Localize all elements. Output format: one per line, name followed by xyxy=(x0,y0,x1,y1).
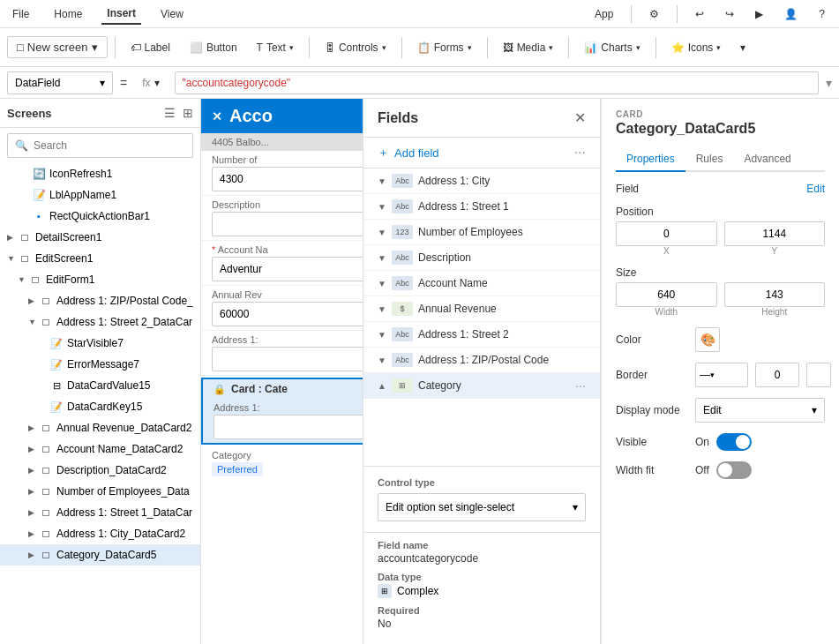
label-button[interactable]: 🏷 Label xyxy=(123,37,178,58)
size-width-input[interactable] xyxy=(616,282,717,307)
form-close-icon[interactable]: ✕ xyxy=(212,109,222,124)
tree-item-category[interactable]: ▶ □ Category_DataCard5 xyxy=(0,544,200,565)
field-item-zip[interactable]: ▼ Abc Address 1: ZIP/Postal Code xyxy=(363,348,600,373)
forms-button[interactable]: 📋 Forms ▾ xyxy=(409,37,480,58)
search-box[interactable]: 🔍 xyxy=(7,133,193,158)
tree-item-edit-screen[interactable]: ▼ □ EditScreen1 xyxy=(0,248,200,269)
button-button[interactable]: ⬜ Button xyxy=(182,37,245,58)
size-height-input[interactable] xyxy=(724,282,826,307)
icons-button[interactable]: ⭐ Icons ▾ xyxy=(663,37,730,58)
controls-button[interactable]: 🎛 Controls ▾ xyxy=(317,37,394,58)
border-color-swatch[interactable] xyxy=(806,363,831,387)
tree-item-data-card-value[interactable]: ⊟ DataCardValue15 xyxy=(0,375,200,396)
menu-app[interactable]: App xyxy=(588,4,620,24)
menu-device[interactable]: ⚙ xyxy=(642,4,666,24)
add-field-button[interactable]: ＋ Add field xyxy=(378,145,439,161)
display-mode-chevron: ▾ xyxy=(812,404,817,416)
tree-label: DataCardValue15 xyxy=(67,379,151,392)
menu-home[interactable]: Home xyxy=(49,4,87,24)
menu-run[interactable]: ▶ xyxy=(748,4,770,24)
account-input[interactable] xyxy=(212,257,363,281)
button-icon: ⬜ xyxy=(190,41,203,54)
fields-close-button[interactable]: ✕ xyxy=(574,109,586,126)
field-edit-button[interactable]: Edit xyxy=(806,183,825,195)
position-y-input[interactable] xyxy=(724,221,826,246)
field-item-description[interactable]: ▼ Abc Description xyxy=(363,245,600,271)
tab-advanced[interactable]: Advanced xyxy=(733,147,801,170)
prop-tabs: Properties Rules Advanced xyxy=(616,147,825,172)
fx-button[interactable]: fx ▾ xyxy=(134,72,167,94)
tree-label: Number of Employees_Data xyxy=(56,485,190,498)
charts-button[interactable]: 📊 Charts ▾ xyxy=(576,37,648,58)
field-item-street1[interactable]: ▼ Abc Address 1: Street 1 xyxy=(363,194,600,220)
field-item-category[interactable]: ▲ ⊞ Category ··· xyxy=(363,373,600,399)
field-name: Address 1: Street 2 xyxy=(418,328,586,341)
border-value-input[interactable] xyxy=(755,363,799,387)
tree-label: Annual Revenue_DataCard2 xyxy=(56,422,191,434)
tree-item-address-zip[interactable]: ▶ □ Address 1: ZIP/Postal Code_ xyxy=(0,290,200,311)
tree-item-annual-revenue[interactable]: ▶ □ Annual Revenue_DataCard2 xyxy=(0,417,200,438)
employees-input[interactable] xyxy=(212,167,363,191)
border-style-select[interactable]: — ▾ xyxy=(695,363,748,387)
tree-item-address-street2[interactable]: ▼ □ Address 1: Street 2_DataCar xyxy=(0,311,200,333)
menu-right-actions: App ⚙ ↩ ↪ ▶ 👤 ? xyxy=(588,4,832,24)
width-fit-toggle[interactable] xyxy=(716,461,752,479)
field-selector-dropdown[interactable]: DataField ▾ xyxy=(7,71,113,94)
formula-expand[interactable]: ▾ xyxy=(826,76,832,90)
address2-input[interactable] xyxy=(213,415,363,439)
tree-item-data-card-key[interactable]: 📝 DataCardKey15 xyxy=(0,396,200,417)
field-item-account[interactable]: ▼ Abc Account Name xyxy=(363,271,600,296)
color-button[interactable]: 🎨 xyxy=(695,327,720,352)
media-button[interactable]: 🖼 Media ▾ xyxy=(495,37,562,58)
visible-toggle[interactable] xyxy=(716,433,752,451)
display-mode-select[interactable]: Edit ▾ xyxy=(695,398,825,423)
tree-item-description[interactable]: ▶ □ Description_DataCard2 xyxy=(0,460,200,481)
field-item-revenue[interactable]: ▼ $ Annual Revenue xyxy=(363,296,600,322)
width-fit-toggle-knob xyxy=(718,463,732,477)
menu-view[interactable]: View xyxy=(155,4,189,24)
visible-toggle-group: On xyxy=(695,433,752,451)
field-item-employees[interactable]: ▼ 123 Number of Employees xyxy=(363,220,600,245)
tab-properties[interactable]: Properties xyxy=(616,147,685,172)
card-icon: □ xyxy=(39,442,53,456)
search-input[interactable] xyxy=(34,139,185,152)
tab-rules[interactable]: Rules xyxy=(685,147,734,170)
tree-item-star-visible[interactable]: 📝 StarVisible7 xyxy=(0,333,200,354)
tree-item-city[interactable]: ▶ □ Address 1: City_DataCard2 xyxy=(0,523,200,544)
text-button[interactable]: T Text ▾ xyxy=(249,37,302,58)
field-item-city[interactable]: ▼ Abc Address 1: City xyxy=(363,168,600,194)
list-view-icon[interactable]: ☰ xyxy=(164,106,176,120)
field-more-button[interactable]: ··· xyxy=(575,378,586,393)
menu-help[interactable]: ? xyxy=(812,4,832,24)
description-input[interactable] xyxy=(212,212,363,236)
formula-input[interactable]: "accountcategorycode" xyxy=(175,71,819,94)
add-field-row[interactable]: ＋ Add field ··· xyxy=(363,138,600,168)
more-button[interactable]: ▾ xyxy=(732,37,753,58)
revenue-input[interactable] xyxy=(212,302,363,326)
tree-item-rect[interactable]: ▪ RectQuickActionBar1 xyxy=(0,206,200,227)
width-fit-state: Off xyxy=(695,464,709,476)
menu-file[interactable]: File xyxy=(7,4,34,24)
menu-redo[interactable]: ↪ xyxy=(718,4,741,24)
menu-user[interactable]: 👤 xyxy=(777,4,805,24)
position-x-input[interactable] xyxy=(616,221,717,246)
tree-item-error-message[interactable]: 📝 ErrorMessage7 xyxy=(0,354,200,375)
tree-item-num-employees[interactable]: ▶ □ Number of Employees_Data xyxy=(0,481,200,502)
add-field-more[interactable]: ··· xyxy=(574,145,586,161)
control-type-select[interactable]: Edit option set single-select ▾ xyxy=(378,493,586,521)
tree-item-edit-form[interactable]: ▼ □ EditForm1 xyxy=(0,269,200,290)
new-screen-button[interactable]: □ New screen ▾ xyxy=(7,36,108,58)
tree-item-street1[interactable]: ▶ □ Address 1: Street 1_DataCar xyxy=(0,502,200,523)
tree-item-icon-refresh[interactable]: 🔄 IconRefresh1 xyxy=(0,163,200,184)
tree-item-lbl-app[interactable]: 📝 LblAppName1 xyxy=(0,184,200,206)
address1-input[interactable] xyxy=(212,347,363,371)
grid-view-icon[interactable]: ⊞ xyxy=(183,106,193,120)
menu-undo[interactable]: ↩ xyxy=(688,4,711,24)
menu-insert[interactable]: Insert xyxy=(101,4,141,25)
field-item-street2[interactable]: ▼ Abc Address 1: Street 2 xyxy=(363,322,600,348)
tree-label: DataCardKey15 xyxy=(67,401,142,413)
tree-item-account-name[interactable]: ▶ □ Account Name_DataCard2 xyxy=(0,438,200,460)
new-screen-chevron: ▾ xyxy=(92,41,98,54)
field-name-value: accountcategorycode xyxy=(378,552,586,565)
tree-item-detail-screen[interactable]: ▶ □ DetailScreen1 xyxy=(0,227,200,248)
